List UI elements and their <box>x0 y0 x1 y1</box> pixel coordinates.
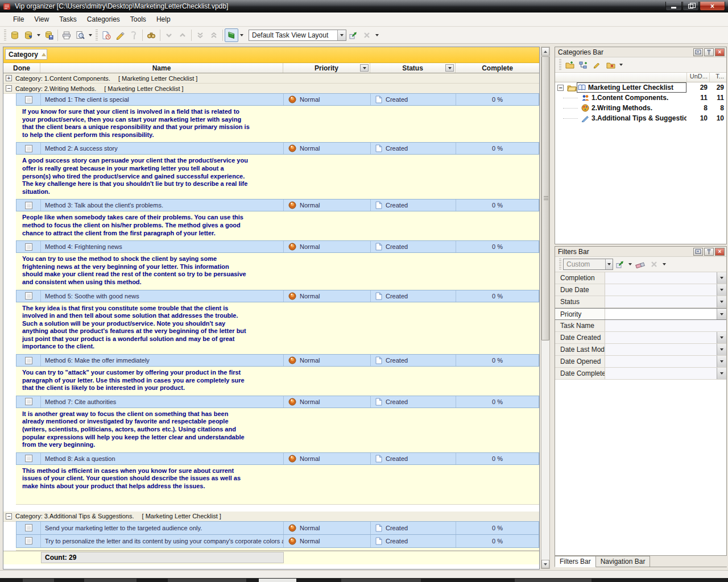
task-view-dropdown-icon[interactable] <box>240 34 243 36</box>
filter-row-completion[interactable]: Completion <box>555 272 726 284</box>
expand-collapse-icon[interactable]: − <box>6 85 12 92</box>
task-name[interactable]: Method 4: Frightening news <box>41 241 284 252</box>
restore-button[interactable] <box>682 2 699 11</box>
apply-filter-button[interactable] <box>613 257 627 271</box>
task-name[interactable]: Method 5: Soothe with good news <box>41 290 284 302</box>
task-description-row[interactable]: You can try to use the method to shock t… <box>16 253 539 290</box>
expand-collapse-icon[interactable]: − <box>6 513 12 519</box>
new-database-button[interactable] <box>8 28 22 42</box>
tab-navigation-bar[interactable]: Navigation Bar <box>595 556 651 567</box>
open-database-button[interactable] <box>22 28 35 42</box>
move-up-button[interactable] <box>176 28 189 42</box>
layout-toolbar-dropdown-icon[interactable] <box>375 34 379 36</box>
clear-filter-button[interactable] <box>634 257 647 271</box>
scroll-up-button[interactable] <box>541 47 549 56</box>
task-row[interactable]: Send your marketing letter to the target… <box>16 521 539 535</box>
filter-row-priority[interactable]: Priority <box>555 308 726 320</box>
move-to-top-button[interactable] <box>207 28 221 42</box>
task-row[interactable]: Method 4: Frightening news Normal Create… <box>16 240 539 253</box>
category-group-row[interactable]: + Category: 1.Content Components. [ Mark… <box>3 73 539 84</box>
filter-row-task-name[interactable]: Task Name <box>555 320 726 332</box>
filter-value-field[interactable] <box>605 309 717 319</box>
task-name[interactable]: Method 7: Cite authorities <box>41 396 284 408</box>
toolbar-grip[interactable] <box>559 259 561 270</box>
filter-dropdown-button[interactable] <box>717 356 726 367</box>
filter-value-field[interactable] <box>605 368 717 379</box>
task-name[interactable]: Method 2: A success story <box>41 143 284 154</box>
taskbar-window-button[interactable] <box>168 579 246 582</box>
done-checkbox[interactable] <box>25 202 32 209</box>
priority-filter-button[interactable] <box>360 64 369 72</box>
task-description-row[interactable]: It is another great way to focus the cli… <box>16 408 539 453</box>
save-database-button[interactable] <box>42 28 56 42</box>
minimize-button[interactable] <box>665 2 682 11</box>
filter-row-date-created[interactable]: Date Created <box>555 332 726 344</box>
filter-dropdown-button[interactable] <box>717 296 726 307</box>
task-description-row[interactable]: The key idea is that first you constitut… <box>16 302 539 355</box>
edit-task-button[interactable] <box>113 28 127 42</box>
column-header-complete[interactable]: Complete <box>456 63 539 73</box>
menu-help[interactable]: Help <box>151 14 176 25</box>
group-by-category-button[interactable]: Category <box>5 49 47 60</box>
task-name[interactable]: Method 6: Make the offer immediately <box>41 355 284 366</box>
tab-filters-bar[interactable]: Filters Bar <box>555 556 596 567</box>
filter-dropdown-button[interactable] <box>717 332 726 343</box>
menu-categories[interactable]: Categories <box>82 14 125 25</box>
categories-toolbar-dropdown-icon[interactable] <box>619 64 623 66</box>
category-tree-row[interactable]: −Marketing Letter Checklist 29 29 <box>555 82 726 93</box>
filter-dropdown-button[interactable] <box>717 272 726 284</box>
filter-value-field[interactable] <box>605 320 726 331</box>
new-category-button[interactable] <box>563 58 577 72</box>
column-header-total[interactable]: T... <box>709 73 726 82</box>
remove-filter-button[interactable] <box>647 257 661 271</box>
scroll-down-button[interactable] <box>541 560 549 568</box>
task-row[interactable]: Method 7: Cite authorities Normal Create… <box>16 396 539 408</box>
print-button[interactable] <box>60 28 73 42</box>
combo-dropdown-button[interactable] <box>337 30 346 40</box>
move-down-button[interactable] <box>162 28 176 42</box>
category-group-row[interactable]: − Category: 3.Additional Tips & Suggesti… <box>3 512 539 522</box>
task-row[interactable]: Method 3: Talk about the client's proble… <box>16 199 539 211</box>
taskbar-window-button[interactable] <box>515 579 592 582</box>
filter-dropdown-button[interactable] <box>717 344 726 355</box>
task-row[interactable]: Method 6: Make the offer immediately Nor… <box>16 354 539 367</box>
filter-value-field[interactable] <box>605 344 717 355</box>
status-filter-button[interactable] <box>445 64 454 72</box>
done-checkbox[interactable] <box>25 537 32 544</box>
task-name[interactable]: Send your marketing letter to the target… <box>41 522 284 534</box>
category-tree-row[interactable]: 2.Writing Methods. 8 8 <box>555 103 726 113</box>
filter-dropdown-button[interactable] <box>717 368 726 379</box>
task-row[interactable]: Method 2: A success story Normal Created… <box>16 142 539 155</box>
done-checkbox[interactable] <box>25 455 32 462</box>
filter-dropdown-button[interactable] <box>717 284 726 296</box>
column-header-undone[interactable]: UnD... <box>686 73 709 82</box>
menu-view[interactable]: View <box>29 14 54 25</box>
print-preview-dropdown-icon[interactable] <box>89 34 92 36</box>
done-checkbox[interactable] <box>25 357 32 364</box>
task-description-row[interactable]: People like when somebody takes care of … <box>16 211 539 241</box>
filter-value-field[interactable] <box>605 332 717 343</box>
toolbar-grip[interactable] <box>559 59 561 70</box>
task-row[interactable]: Method 5: Soothe with good news Normal C… <box>16 290 539 302</box>
filter-value-field[interactable] <box>605 272 717 284</box>
taskbar-window-button[interactable] <box>259 579 296 582</box>
column-header-status[interactable]: Status <box>370 63 456 73</box>
new-subcategory-button[interactable] <box>577 58 590 72</box>
find-button[interactable] <box>144 28 158 42</box>
open-database-dropdown-icon[interactable] <box>37 34 40 36</box>
task-view-toggle-button[interactable] <box>225 28 238 42</box>
print-preview-button[interactable] <box>73 28 87 42</box>
expand-collapse-icon[interactable]: + <box>6 75 12 81</box>
filter-value-field[interactable] <box>605 296 717 307</box>
done-checkbox[interactable] <box>25 96 32 103</box>
add-task-button[interactable] <box>100 28 113 42</box>
move-to-bottom-button[interactable] <box>193 28 207 42</box>
filter-value-field[interactable] <box>605 356 717 367</box>
panel-pin-button[interactable] <box>704 48 714 56</box>
done-checkbox[interactable] <box>25 524 32 531</box>
filter-row-date-completed[interactable]: Date Completed <box>555 368 726 380</box>
task-name[interactable]: Method 1: The client is special <box>41 94 284 105</box>
vertical-scrollbar[interactable] <box>541 47 550 569</box>
category-group-row[interactable]: − Category: 2.Writing Methods. [ Marketi… <box>3 84 539 94</box>
filter-dropdown-button[interactable] <box>717 309 726 319</box>
